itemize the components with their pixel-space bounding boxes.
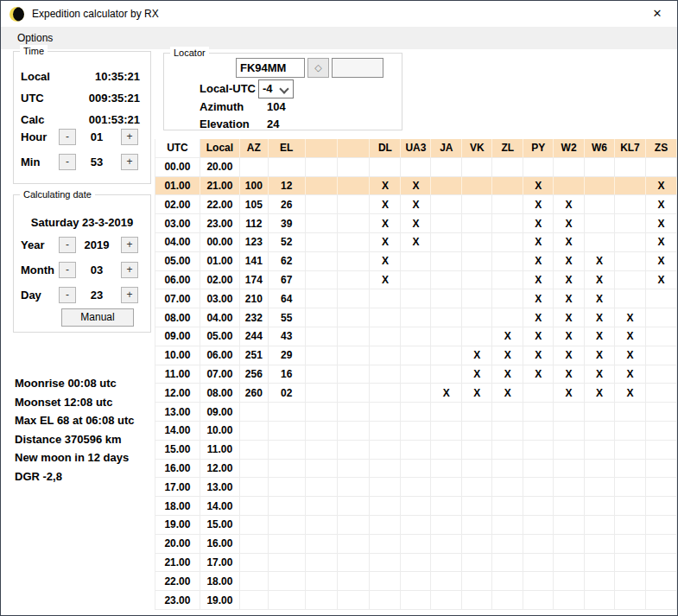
- table-cell: [614, 232, 645, 251]
- table-cell: [431, 157, 462, 176]
- column-header: UA3: [401, 139, 431, 157]
- local-utc-select[interactable]: -4: [258, 79, 294, 98]
- table-cell: [523, 459, 554, 478]
- table-cell: 260: [239, 384, 268, 403]
- table-cell: X: [645, 270, 676, 289]
- table-cell: 01.00: [155, 176, 200, 195]
- hour-minus-button[interactable]: -: [59, 129, 76, 145]
- table-cell: [585, 459, 615, 478]
- minute-plus-button[interactable]: +: [121, 154, 138, 170]
- table-cell: X: [585, 308, 615, 327]
- table-cell: [268, 534, 305, 553]
- schedule-table: UTCLocalAZELDLUA3JAVKZLPYW2W6KL7ZS00.002…: [155, 139, 677, 610]
- table-cell: [337, 365, 370, 384]
- day-minus-button[interactable]: -: [59, 287, 76, 303]
- day-label: Day: [21, 287, 41, 304]
- table-cell: 05.00: [200, 327, 239, 346]
- table-cell: 04.00: [155, 232, 200, 251]
- table-cell: [614, 478, 645, 497]
- table-cell: 39: [268, 214, 305, 233]
- table-cell: [337, 327, 370, 346]
- table-cell: [585, 176, 615, 195]
- table-cell: 105: [239, 195, 268, 214]
- table-cell: [370, 384, 401, 403]
- table-cell: X: [462, 365, 492, 384]
- manual-button[interactable]: Manual: [61, 308, 134, 327]
- locator-input[interactable]: [236, 58, 305, 78]
- table-cell: [268, 497, 305, 516]
- local-time-row: Local 10:35:21: [14, 68, 150, 86]
- minute-value: 53: [76, 154, 117, 170]
- year-minus-button[interactable]: -: [59, 237, 76, 253]
- table-cell: [305, 534, 337, 553]
- table-cell: 251: [239, 346, 268, 365]
- table-cell: [431, 308, 462, 327]
- table-cell: [462, 515, 492, 534]
- hour-plus-button[interactable]: +: [121, 129, 138, 145]
- table-cell: 55: [268, 308, 305, 327]
- table-row: 14.0010.00: [155, 421, 677, 440]
- table-cell: X: [523, 289, 554, 308]
- table-row: 11.0007.0025616XXXXXX: [155, 365, 677, 384]
- table-cell: [492, 176, 523, 195]
- table-cell: [492, 157, 523, 176]
- table-cell: [370, 497, 401, 516]
- table-cell: [585, 214, 615, 233]
- table-cell: [431, 440, 462, 459]
- table-cell: [337, 534, 370, 553]
- table-cell: [401, 421, 431, 440]
- table-cell: [614, 421, 645, 440]
- table-cell: [462, 308, 492, 327]
- table-cell: [337, 384, 370, 403]
- table-cell: X: [554, 195, 585, 214]
- secondary-locator-input[interactable]: [332, 58, 383, 78]
- table-cell: [614, 403, 645, 422]
- table-cell: [462, 157, 492, 176]
- table-row: 08.0004.0023255XXXX: [155, 308, 677, 327]
- table-cell: X: [370, 214, 401, 233]
- table-cell: [305, 327, 337, 346]
- table-cell: 67: [268, 270, 305, 289]
- table-cell: [462, 251, 492, 270]
- table-cell: [337, 289, 370, 308]
- table-cell: 10.00: [155, 346, 200, 365]
- month-minus-button[interactable]: -: [59, 262, 76, 278]
- table-cell: [645, 572, 676, 591]
- table-cell: X: [585, 346, 615, 365]
- table-cell: X: [492, 327, 523, 346]
- swap-locator-button[interactable]: ◇: [307, 58, 329, 78]
- day-plus-button[interactable]: +: [121, 287, 138, 303]
- table-cell: [492, 308, 523, 327]
- minute-minus-button[interactable]: -: [59, 154, 76, 170]
- menu-item-options[interactable]: Options: [14, 30, 56, 46]
- table-cell: X: [645, 176, 676, 195]
- table-cell: [585, 440, 615, 459]
- table-cell: 15.00: [155, 440, 200, 459]
- table-cell: [268, 591, 305, 610]
- table-cell: [239, 403, 268, 422]
- close-button[interactable]: ✕: [648, 6, 667, 22]
- table-cell: 08.00: [200, 384, 239, 403]
- table-cell: 21.00: [200, 176, 239, 195]
- year-plus-button[interactable]: +: [121, 237, 138, 253]
- table-row: 05.0001.0014162XXXXX: [155, 251, 677, 270]
- table-cell: [370, 327, 401, 346]
- table-cell: X: [523, 176, 554, 195]
- calc-time-label: Calc: [21, 111, 44, 129]
- table-row: 04.0000.0012352XXXXX: [155, 232, 677, 251]
- table-cell: 52: [268, 232, 305, 251]
- month-plus-button[interactable]: +: [121, 262, 138, 278]
- table-cell: 112: [239, 214, 268, 233]
- table-cell: 17.00: [200, 553, 239, 572]
- table-cell: [554, 157, 585, 176]
- table-cell: [492, 232, 523, 251]
- table-cell: 12: [268, 176, 305, 195]
- table-cell: [492, 421, 523, 440]
- calculated-date-text: Saturday 23-3-2019: [14, 216, 150, 229]
- table-cell: [554, 497, 585, 516]
- column-header: EL: [268, 139, 305, 157]
- table-cell: [645, 478, 676, 497]
- table-cell: [645, 459, 676, 478]
- table-cell: 10.00: [200, 421, 239, 440]
- table-cell: [462, 327, 492, 346]
